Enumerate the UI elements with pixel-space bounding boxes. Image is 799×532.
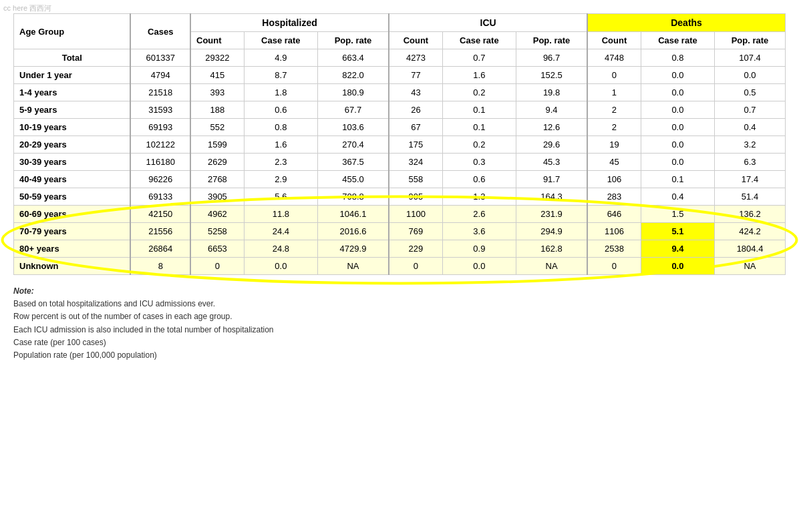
cell-cases: 21556 xyxy=(130,223,190,240)
cell-age-group: Under 1 year xyxy=(14,67,131,84)
cell-deaths-case-rate: 0.0 xyxy=(641,136,714,154)
col-header-deaths-count: Count xyxy=(587,32,641,49)
table-row: 30-39 years11618026292.3367.53240.345.34… xyxy=(14,154,786,171)
cell-deaths-case-rate: 0.8 xyxy=(641,49,714,67)
col-group-icu: ICU xyxy=(389,14,587,32)
cell-cases: 21518 xyxy=(130,84,190,101)
cell-icu-pop-rate: 162.8 xyxy=(516,240,587,258)
cell-icu-count: 0 xyxy=(389,258,442,275)
cell-hosp-case-rate: 11.8 xyxy=(244,206,317,223)
cell-deaths-case-rate: 0.0 xyxy=(641,154,714,171)
cell-icu-case-rate: 0.1 xyxy=(442,119,516,136)
cell-hosp-case-rate: 0.6 xyxy=(244,101,317,119)
cell-hosp-case-rate: 1.8 xyxy=(244,84,317,101)
col-header-icu-case-rate: Case rate xyxy=(442,32,516,49)
cell-hosp-case-rate: 24.4 xyxy=(244,223,317,240)
cell-icu-count: 1100 xyxy=(389,206,442,223)
cell-deaths-pop-rate: 6.3 xyxy=(715,154,786,171)
cell-deaths-pop-rate: 0.5 xyxy=(715,84,786,101)
cell-deaths-count: 4748 xyxy=(587,49,641,67)
table-row: 80+ years26864665324.84729.92290.9162.82… xyxy=(14,240,786,258)
cell-deaths-case-rate: 0.0 xyxy=(641,67,714,84)
cell-hosp-case-rate: 0.8 xyxy=(244,119,317,136)
cell-hosp-pop-rate: 455.0 xyxy=(317,171,389,188)
note-line: Note: xyxy=(13,285,786,298)
cell-deaths-count: 19 xyxy=(587,136,641,154)
cell-hosp-pop-rate: 2016.6 xyxy=(317,223,389,240)
cell-deaths-count: 283 xyxy=(587,188,641,206)
col-header-icu-pop-rate: Pop. rate xyxy=(516,32,587,49)
cell-deaths-case-rate: 0.0 xyxy=(641,84,714,101)
cell-deaths-pop-rate: 51.4 xyxy=(715,188,786,206)
cell-icu-count: 229 xyxy=(389,240,442,258)
cell-hosp-case-rate: 2.9 xyxy=(244,171,317,188)
cell-hosp-case-rate: 1.6 xyxy=(244,136,317,154)
cell-deaths-count: 0 xyxy=(587,258,641,275)
cell-icu-case-rate: 0.7 xyxy=(442,49,516,67)
note-line: Population rate (per 100,000 population) xyxy=(13,349,786,362)
cell-cases: 116180 xyxy=(130,154,190,171)
table-row: 5-9 years315931880.667.7260.19.420.00.7 xyxy=(14,101,786,119)
cell-icu-pop-rate: 29.6 xyxy=(516,136,587,154)
cell-icu-pop-rate: 152.5 xyxy=(516,67,587,84)
cell-icu-case-rate: 2.6 xyxy=(442,206,516,223)
cell-hosp-pop-rate: 1046.1 xyxy=(317,206,389,223)
cell-hosp-case-rate: 8.7 xyxy=(244,67,317,84)
cell-deaths-count: 2 xyxy=(587,101,641,119)
cell-deaths-count: 1106 xyxy=(587,223,641,240)
cell-icu-pop-rate: 19.8 xyxy=(516,84,587,101)
cell-icu-count: 4273 xyxy=(389,49,442,67)
cell-age-group: 1-4 years xyxy=(14,84,131,101)
col-header-hosp-case-rate: Case rate xyxy=(244,32,317,49)
cell-deaths-case-rate: 0.0 xyxy=(641,258,714,275)
cell-icu-pop-rate: 164.3 xyxy=(516,188,587,206)
cell-hosp-count: 2629 xyxy=(190,154,244,171)
cell-hosp-count: 6653 xyxy=(190,240,244,258)
cell-icu-count: 769 xyxy=(389,223,442,240)
cell-deaths-pop-rate: 1804.4 xyxy=(715,240,786,258)
cell-deaths-pop-rate: 136.2 xyxy=(715,206,786,223)
cell-hosp-case-rate: 0.0 xyxy=(244,258,317,275)
col-header-age-group: Age Group xyxy=(14,14,131,49)
table-row: Under 1 year47944158.7822.0771.6152.500.… xyxy=(14,67,786,84)
cell-icu-count: 558 xyxy=(389,171,442,188)
cell-age-group: Total xyxy=(14,49,131,67)
cell-age-group: Unknown xyxy=(14,258,131,275)
cell-cases: 8 xyxy=(130,258,190,275)
cell-hosp-count: 188 xyxy=(190,101,244,119)
cell-deaths-case-rate: 0.4 xyxy=(641,188,714,206)
cell-hosp-count: 29322 xyxy=(190,49,244,67)
cell-hosp-count: 1599 xyxy=(190,136,244,154)
cell-cases: 102122 xyxy=(130,136,190,154)
cell-icu-pop-rate: 9.4 xyxy=(516,101,587,119)
cell-cases: 4794 xyxy=(130,67,190,84)
cell-cases: 601337 xyxy=(130,49,190,67)
col-header-deaths-case-rate: Case rate xyxy=(641,32,714,49)
cell-deaths-case-rate: 5.1 xyxy=(641,223,714,240)
cell-hosp-count: 5258 xyxy=(190,223,244,240)
cell-hosp-count: 4962 xyxy=(190,206,244,223)
notes-section: Note:Based on total hospitalizations and… xyxy=(13,285,786,362)
cell-hosp-count: 2768 xyxy=(190,171,244,188)
cell-deaths-case-rate: 1.5 xyxy=(641,206,714,223)
cell-hosp-pop-rate: 4729.9 xyxy=(317,240,389,258)
cell-deaths-pop-rate: 0.4 xyxy=(715,119,786,136)
cell-deaths-count: 45 xyxy=(587,154,641,171)
cell-icu-case-rate: 3.6 xyxy=(442,223,516,240)
cell-deaths-pop-rate: 3.2 xyxy=(715,136,786,154)
cell-hosp-count: 0 xyxy=(190,258,244,275)
table-row: 20-29 years10212215991.6270.41750.229.61… xyxy=(14,136,786,154)
cell-icu-pop-rate: 12.6 xyxy=(516,119,587,136)
cell-deaths-pop-rate: 107.4 xyxy=(715,49,786,67)
cell-deaths-case-rate: 0.0 xyxy=(641,119,714,136)
cell-cases: 26864 xyxy=(130,240,190,258)
col-header-deaths-pop-rate: Pop. rate xyxy=(715,32,786,49)
cell-icu-case-rate: 0.0 xyxy=(442,258,516,275)
cell-deaths-count: 106 xyxy=(587,171,641,188)
cell-icu-pop-rate: 91.7 xyxy=(516,171,587,188)
cell-hosp-count: 415 xyxy=(190,67,244,84)
table-row: 40-49 years9622627682.9455.05580.691.710… xyxy=(14,171,786,188)
cell-icu-count: 67 xyxy=(389,119,442,136)
cell-deaths-pop-rate: 0.7 xyxy=(715,101,786,119)
cell-cases: 42150 xyxy=(130,206,190,223)
